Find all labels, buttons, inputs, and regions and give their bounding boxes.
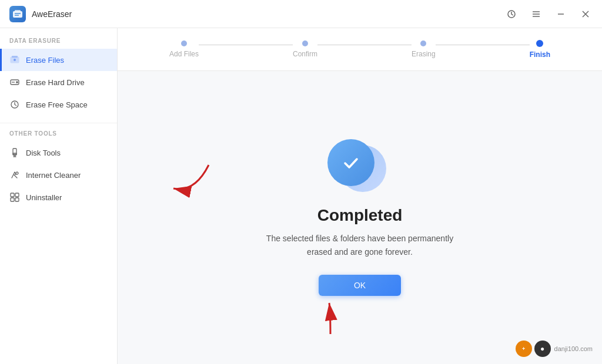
- erase-free-space-label: Erase Free Space: [26, 100, 88, 109]
- step-confirm: Confirm: [293, 41, 317, 58]
- progress-bar: Add Files Confirm Erasing Finish: [118, 28, 602, 71]
- watermark: + ● danji100.com: [516, 341, 593, 357]
- svg-rect-1: [15, 10, 21, 12]
- sidebar: DATA ERASURE Erase Files Erase Hard Driv…: [0, 28, 118, 364]
- erase-hard-drive-icon: [9, 77, 20, 87]
- step-finish-dot: [536, 40, 543, 47]
- uninstaller-icon: [9, 192, 20, 203]
- main-layout: DATA ERASURE Erase Files Erase Hard Driv…: [0, 28, 602, 364]
- step-erasing-label: Erasing: [412, 50, 436, 58]
- erase-free-space-icon: [9, 99, 20, 110]
- erase-files-label: Erase Files: [26, 56, 64, 65]
- sidebar-item-erase-free-space[interactable]: Erase Free Space: [0, 93, 117, 116]
- sidebar-divider: [0, 123, 117, 123]
- step-confirm-label: Confirm: [293, 50, 317, 58]
- step-erasing-dot: [420, 41, 426, 46]
- arrow-to-free-space: [118, 71, 235, 212]
- disk-tools-label: Disk Tools: [26, 149, 61, 157]
- step-finish: Finish: [530, 40, 550, 59]
- step-finish-label: Finish: [530, 50, 550, 59]
- other-tools-label: OTHER TOOLS: [0, 130, 117, 141]
- sidebar-item-erase-hard-drive[interactable]: Erase Hard Drive: [0, 71, 117, 93]
- minimize-button[interactable]: [554, 7, 568, 21]
- ok-button[interactable]: OK: [319, 275, 401, 296]
- menu-button[interactable]: [529, 7, 543, 21]
- internet-cleaner-label: Internet Cleaner: [26, 171, 81, 180]
- history-button[interactable]: [504, 7, 519, 21]
- titlebar: AweEraser: [0, 0, 602, 28]
- sidebar-item-uninstaller[interactable]: Uninstaller: [0, 186, 117, 208]
- completion-description: The selected files & folders have been p…: [254, 232, 466, 258]
- step-confirm-dot: [302, 41, 308, 46]
- svg-rect-12: [12, 56, 18, 58]
- svg-rect-27: [15, 198, 19, 201]
- arrow-to-ok: [307, 290, 354, 337]
- app-logo: [9, 6, 26, 22]
- erase-hard-drive-label: Erase Hard Drive: [26, 78, 85, 87]
- connector-1: [199, 45, 293, 45]
- watermark-text: danji100.com: [554, 345, 593, 352]
- app-title: AweEraser: [32, 9, 504, 19]
- data-erasure-label: DATA ERASURE: [0, 38, 117, 49]
- sidebar-item-erase-files[interactable]: Erase Files: [0, 49, 117, 71]
- connector-3: [436, 45, 530, 45]
- completion-area: Completed The selected files & folders h…: [118, 71, 602, 364]
- step-add-files-label: Add Files: [169, 50, 199, 58]
- connector-2: [317, 45, 412, 45]
- internet-cleaner-icon: [9, 170, 20, 180]
- uninstaller-label: Uninstaller: [26, 193, 62, 202]
- sidebar-item-disk-tools[interactable]: Disk Tools: [0, 141, 117, 164]
- completion-title: Completed: [317, 206, 403, 225]
- step-erasing: Erasing: [412, 41, 436, 58]
- sidebar-item-internet-cleaner[interactable]: Internet Cleaner: [0, 164, 117, 186]
- svg-rect-0: [13, 11, 22, 18]
- svg-rect-25: [15, 193, 19, 197]
- step-add-files: Add Files: [169, 41, 199, 58]
- content-area: Add Files Confirm Erasing Finish: [118, 28, 602, 364]
- svg-rect-26: [11, 198, 14, 201]
- completion-icon-bg: [327, 139, 392, 192]
- completion-icon: [327, 139, 392, 192]
- disk-tools-icon: [9, 147, 20, 158]
- circle-front: [327, 139, 374, 186]
- window-controls: [504, 7, 593, 21]
- erase-files-icon: [9, 55, 20, 65]
- svg-point-13: [14, 59, 16, 61]
- svg-rect-24: [11, 193, 14, 197]
- step-add-files-dot: [181, 41, 187, 46]
- close-button[interactable]: [578, 7, 593, 21]
- svg-point-15: [16, 82, 18, 83]
- svg-point-23: [16, 172, 18, 174]
